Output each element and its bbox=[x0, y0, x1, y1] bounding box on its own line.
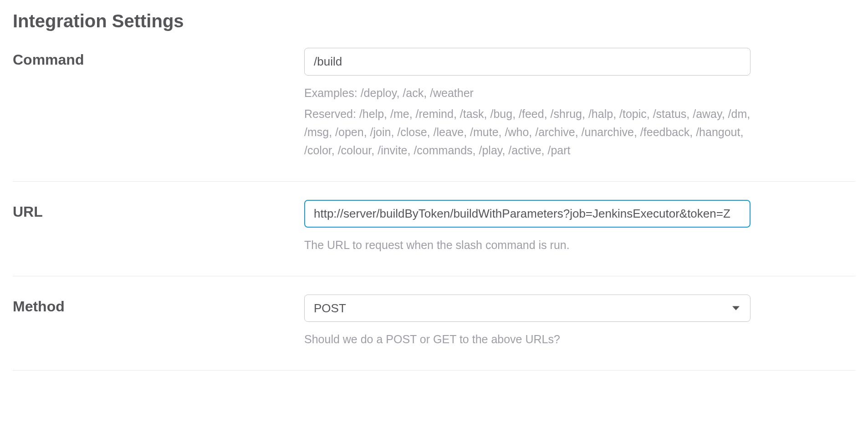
command-help-reserved: Reserved: /help, /me, /remind, /task, /b… bbox=[304, 105, 751, 159]
method-label: Method bbox=[13, 298, 65, 315]
command-input[interactable] bbox=[304, 48, 751, 76]
method-help: Should we do a POST or GET to the above … bbox=[304, 330, 751, 348]
command-help-examples: Examples: /deploy, /ack, /weather bbox=[304, 84, 751, 102]
url-help: The URL to request when the slash comman… bbox=[304, 236, 751, 254]
page-title: Integration Settings bbox=[13, 11, 855, 31]
url-label: URL bbox=[13, 203, 43, 220]
method-select[interactable]: POST bbox=[304, 295, 751, 322]
method-row: Method POST Should we do a POST or GET t… bbox=[13, 295, 855, 371]
command-row: Command Examples: /deploy, /ack, /weathe… bbox=[13, 48, 855, 182]
url-input[interactable] bbox=[304, 200, 751, 228]
url-row: URL The URL to request when the slash co… bbox=[13, 200, 855, 276]
command-label: Command bbox=[13, 51, 84, 68]
